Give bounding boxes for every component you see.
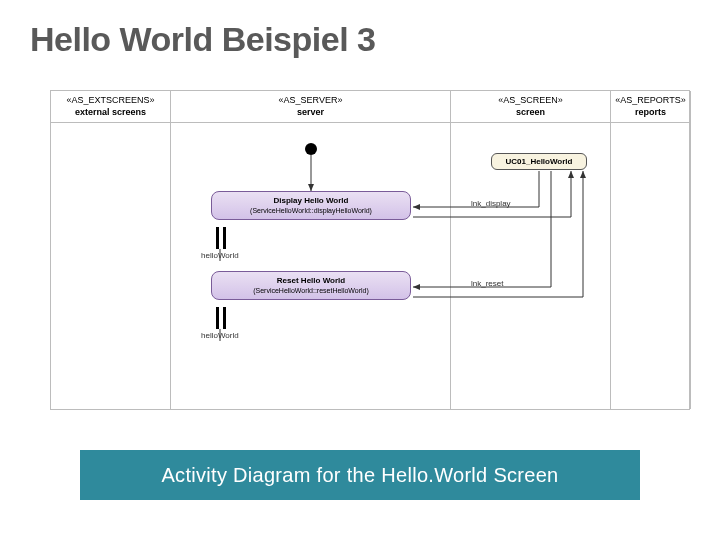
fork-join-bar-icon [223, 227, 226, 249]
fork-join-bar-icon [216, 227, 219, 249]
slide-title: Hello World Beispiel 3 [0, 0, 720, 59]
lane-header: «AS_SCREEN» screen [451, 91, 610, 123]
lane-stereotype: «AS_EXTSCREENS» [53, 95, 168, 107]
fork-join-bar-icon [216, 307, 219, 329]
lane-name: reports [613, 107, 688, 119]
swimlane-external-screens: «AS_EXTSCREENS» external screens [51, 91, 171, 409]
lane-name: external screens [53, 107, 168, 119]
usecase-box: UC01_HelloWorld [491, 153, 587, 170]
lane-header: «AS_REPORTS» reports [611, 91, 690, 123]
lane-stereotype: «AS_REPORTS» [613, 95, 688, 107]
edge-label: lnk_reset [471, 279, 503, 288]
swimlane-reports: «AS_REPORTS» reports [611, 91, 691, 409]
caption-text: Activity Diagram for the Hello.World Scr… [161, 464, 558, 487]
edge-label: helloWorld [201, 331, 239, 340]
caption-bar: Activity Diagram for the Hello.World Scr… [80, 450, 640, 500]
activity-subtitle: (ServiceHelloWorld::resetHelloWorld) [218, 286, 404, 295]
fork-join-bar-icon [223, 307, 226, 329]
initial-node-icon [305, 143, 317, 155]
swimlane-server: «AS_SERVER» server [171, 91, 451, 409]
edge-label: helloWorld [201, 251, 239, 260]
lane-name: server [173, 107, 448, 119]
activity-title: Display Hello World [218, 196, 404, 206]
lane-header: «AS_EXTSCREENS» external screens [51, 91, 170, 123]
activity-title: Reset Hello World [218, 276, 404, 286]
lane-stereotype: «AS_SCREEN» [453, 95, 608, 107]
activity-reset-hello-world: Reset Hello World (ServiceHelloWorld::re… [211, 271, 411, 300]
activity-diagram: «AS_EXTSCREENS» external screens «AS_SER… [50, 90, 690, 410]
swimlane-screen: «AS_SCREEN» screen [451, 91, 611, 409]
activity-display-hello-world: Display Hello World (ServiceHelloWorld::… [211, 191, 411, 220]
lane-header: «AS_SERVER» server [171, 91, 450, 123]
activity-subtitle: (ServiceHelloWorld::displayHelloWorld) [218, 206, 404, 215]
lane-name: screen [453, 107, 608, 119]
usecase-label: UC01_HelloWorld [506, 157, 573, 166]
edge-label: lnk_display [471, 199, 511, 208]
lane-stereotype: «AS_SERVER» [173, 95, 448, 107]
